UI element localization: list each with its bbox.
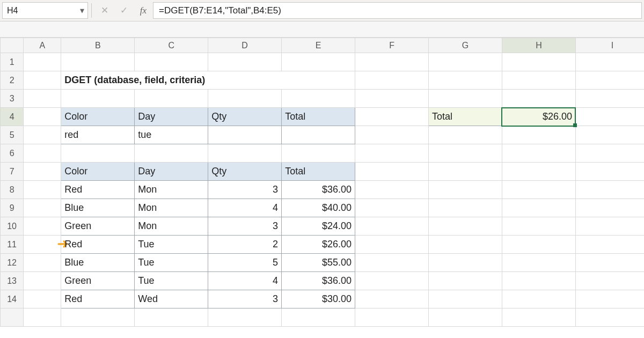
criteria-header-day[interactable]: Day [135,108,208,126]
cell[interactable] [429,217,502,236]
row-header-4[interactable]: 4 [1,108,24,126]
cell[interactable] [208,90,282,108]
cell[interactable] [24,217,61,236]
cell[interactable] [502,272,575,290]
cell[interactable] [575,254,644,272]
col-header-C[interactable]: C [135,38,208,53]
cell[interactable] [502,308,575,327]
cell[interactable] [575,163,644,181]
row-header-8[interactable]: 8 [1,181,24,199]
cell[interactable] [575,90,644,108]
cell[interactable] [429,254,502,272]
cell[interactable] [355,236,429,254]
cell[interactable] [429,144,502,163]
data-cell[interactable]: Green [61,217,135,236]
data-cell[interactable]: 4 [208,272,282,290]
cell[interactable] [355,181,429,199]
cell[interactable] [429,236,502,254]
cell[interactable] [502,181,575,199]
data-cell[interactable]: Green [61,272,135,290]
cell[interactable] [24,272,61,290]
cell[interactable] [135,144,208,163]
cell-title[interactable]: DGET (database, field, criteria) [61,71,355,90]
cell[interactable] [282,90,355,108]
name-box[interactable]: H4 ▾ [2,2,88,19]
col-header-G[interactable]: G [429,38,502,53]
cell[interactable] [24,290,61,308]
worksheet[interactable]: A B C D E F G H I 1 2 DGET (database, fi… [0,38,644,327]
data-cell[interactable]: 4 [208,199,282,217]
data-cell[interactable]: $36.00 [282,181,355,199]
cell[interactable] [24,90,61,108]
data-header-color[interactable]: Color [61,163,135,181]
cell[interactable] [575,236,644,254]
cell[interactable] [575,108,644,126]
cell[interactable] [575,71,644,90]
cell[interactable] [429,199,502,217]
data-cell[interactable]: 2 [208,236,282,254]
cell[interactable] [502,163,575,181]
cell[interactable] [502,236,575,254]
cell[interactable] [575,290,644,308]
cell[interactable] [24,181,61,199]
cell[interactable] [24,199,61,217]
cell[interactable] [355,144,429,163]
cell[interactable] [24,163,61,181]
fill-handle[interactable] [573,123,577,127]
cell[interactable] [429,181,502,199]
cell[interactable] [135,90,208,108]
row-header-13[interactable]: 13 [1,272,24,290]
cell[interactable] [61,144,135,163]
cell[interactable] [355,126,429,144]
row-header-14[interactable]: 14 [1,290,24,308]
cell[interactable] [502,71,575,90]
row-header-9[interactable]: 9 [1,199,24,217]
data-cell[interactable]: $55.00 [282,254,355,272]
row-header-2[interactable]: 2 [1,71,24,90]
cell[interactable] [575,217,644,236]
data-cell[interactable]: Mon [135,181,208,199]
row-header-10[interactable]: 10 [1,217,24,236]
cell[interactable] [24,71,61,90]
cell[interactable] [355,108,429,126]
cell[interactable] [24,108,61,126]
col-header-F[interactable]: F [355,38,429,53]
data-cell[interactable]: 3 [208,290,282,308]
cell[interactable] [575,308,644,327]
cell[interactable] [24,254,61,272]
cell[interactable] [502,126,575,144]
cell[interactable]: ➜ [24,236,61,254]
cell[interactable] [135,53,208,71]
data-cell[interactable]: Blue [61,199,135,217]
cell[interactable] [24,126,61,144]
cell[interactable] [429,90,502,108]
cell[interactable] [24,144,61,163]
cell[interactable] [429,126,502,144]
criteria-header-total[interactable]: Total [282,108,355,126]
data-cell[interactable]: Mon [135,199,208,217]
row-header-1[interactable]: 1 [1,53,24,71]
cell[interactable] [61,308,135,327]
cell[interactable] [355,254,429,272]
cell[interactable] [355,272,429,290]
cell[interactable] [502,53,575,71]
cancel-formula-button[interactable]: ✕ [95,0,114,21]
cell[interactable] [575,126,644,144]
criteria-value-day[interactable]: tue [135,126,208,144]
cell[interactable] [282,144,355,163]
select-all-corner[interactable] [1,38,24,53]
cell[interactable] [355,53,429,71]
data-cell[interactable]: $26.00 [282,236,355,254]
row-header-15[interactable] [1,308,24,327]
cell[interactable] [61,90,135,108]
cell[interactable] [429,53,502,71]
col-header-A[interactable]: A [24,38,61,53]
col-header-I[interactable]: I [575,38,644,53]
col-header-E[interactable]: E [282,38,355,53]
cell[interactable] [282,308,355,327]
cell[interactable] [355,290,429,308]
criteria-value-color[interactable]: red [61,126,135,144]
data-cell[interactable]: Tue [135,272,208,290]
insert-function-button[interactable]: fx [134,0,153,21]
cell[interactable] [61,53,135,71]
